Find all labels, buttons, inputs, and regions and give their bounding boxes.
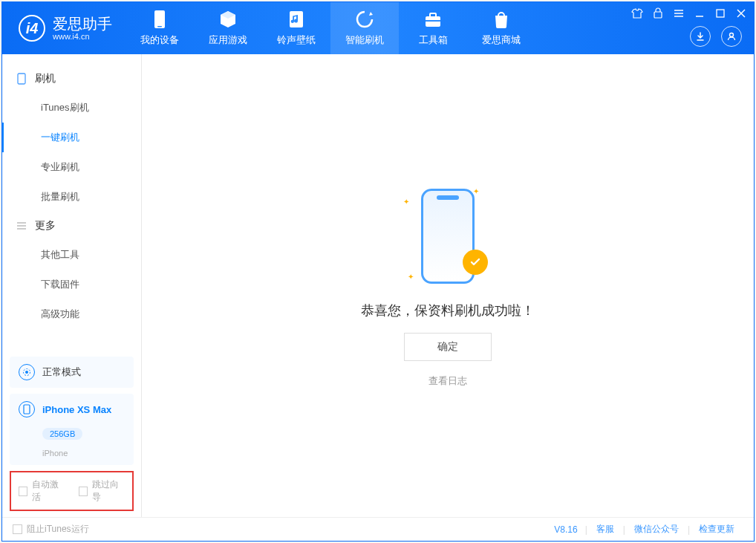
group-more-header: 更多	[2, 212, 141, 240]
svg-rect-21	[24, 405, 30, 414]
side-nav: 刷机 iTunes刷机 一键刷机 专业刷机 批量刷机 更多 其他工具 下载固件 …	[2, 54, 141, 351]
sidebar-item-batch-flash[interactable]: 批量刷机	[2, 182, 141, 212]
checkbox-auto-activate[interactable]: 自动激活	[19, 478, 65, 504]
ok-button[interactable]: 确定	[404, 333, 492, 361]
support-link[interactable]: 客服	[596, 523, 614, 536]
nav-flash[interactable]: 智能刷机	[330, 2, 399, 54]
nav-toolbox[interactable]: 工具箱	[399, 2, 467, 54]
sidebar-item-other-tools[interactable]: 其他工具	[2, 240, 141, 270]
success-message: 恭喜您，保资料刷机成功啦！	[361, 302, 535, 319]
check-update-link[interactable]: 检查更新	[699, 523, 734, 536]
logo: i4 爱思助手 www.i4.cn	[2, 15, 126, 42]
user-button[interactable]	[721, 26, 742, 47]
list-icon	[16, 220, 27, 232]
sparkle-icon: ✦	[473, 187, 479, 195]
music-icon	[287, 10, 306, 29]
tshirt-icon[interactable]	[630, 7, 644, 20]
menu-icon[interactable]	[672, 7, 685, 20]
group-flash-header: 刷机	[2, 65, 141, 93]
app-subtitle: www.i4.cn	[53, 32, 112, 41]
svg-rect-1	[157, 26, 162, 27]
sidebar-item-oneclick-flash[interactable]: 一键刷机	[2, 123, 141, 152]
toolbox-icon	[423, 10, 443, 29]
svg-rect-11	[717, 10, 724, 17]
sparkle-icon: ✦	[408, 273, 414, 281]
svg-rect-5	[426, 20, 440, 22]
titlebar-actions	[690, 26, 742, 47]
checkbox-block-itunes[interactable]: 阻止iTunes运行	[13, 523, 89, 536]
mode-card[interactable]: 正常模式	[10, 357, 134, 388]
view-log-link[interactable]: 查看日志	[428, 374, 467, 388]
lock-icon[interactable]	[651, 7, 665, 20]
mode-icon	[19, 364, 35, 380]
checkbox-icon	[13, 524, 22, 534]
logo-icon: i4	[19, 15, 45, 42]
nav-store[interactable]: 爱思商城	[467, 2, 535, 54]
main-content: ✦ ✦ ✦ 恭喜您，保资料刷机成功啦！ 确定 查看日志	[142, 54, 754, 517]
svg-point-19	[25, 371, 28, 374]
flash-options-highlight: 自动激活 跳过向导	[10, 471, 134, 511]
check-badge-icon	[463, 250, 488, 275]
device-type: iPhone	[42, 449, 125, 458]
phone-small-icon	[16, 73, 27, 85]
wechat-link[interactable]: 微信公众号	[634, 523, 679, 536]
app-title: 爱思助手	[53, 16, 112, 32]
nav-ringtones[interactable]: 铃声壁纸	[262, 2, 330, 54]
titlebar: i4 爱思助手 www.i4.cn 我的设备 应用游戏 铃声壁纸 智能刷机	[2, 2, 754, 54]
body: 刷机 iTunes刷机 一键刷机 专业刷机 批量刷机 更多 其他工具 下载固件 …	[2, 54, 754, 517]
sparkle-icon: ✦	[403, 198, 409, 206]
app-window: i4 爱思助手 www.i4.cn 我的设备 应用游戏 铃声壁纸 智能刷机	[1, 1, 755, 542]
statusbar: 阻止iTunes运行 V8.16 | 客服 | 微信公众号 | 检查更新	[2, 517, 754, 541]
device-storage: 256GB	[42, 428, 82, 440]
device-icon	[150, 10, 169, 29]
download-button[interactable]	[690, 26, 711, 47]
checkbox-icon	[79, 487, 88, 496]
nav-apps[interactable]: 应用游戏	[194, 2, 262, 54]
device-small-icon	[19, 401, 35, 417]
sidebar-item-advanced[interactable]: 高级功能	[2, 299, 141, 329]
success-illustration: ✦ ✦ ✦	[403, 184, 492, 288]
refresh-icon	[355, 10, 374, 29]
sidebar-item-itunes-flash[interactable]: iTunes刷机	[2, 93, 141, 123]
version-label: V8.16	[554, 524, 577, 535]
bag-icon	[492, 10, 511, 29]
minimize-icon[interactable]	[693, 7, 706, 20]
svg-rect-6	[654, 12, 662, 18]
sidebar-item-pro-flash[interactable]: 专业刷机	[2, 152, 141, 182]
svg-point-14	[730, 33, 734, 37]
cube-icon	[218, 10, 238, 29]
top-nav: 我的设备 应用游戏 铃声壁纸 智能刷机 工具箱 爱思商城	[126, 2, 535, 54]
device-name: iPhone XS Max	[42, 404, 111, 415]
close-icon[interactable]	[734, 7, 748, 20]
svg-rect-0	[154, 10, 165, 28]
maximize-icon[interactable]	[714, 7, 727, 20]
checkbox-skip-guide[interactable]: 跳过向导	[79, 478, 126, 504]
device-card[interactable]: iPhone XS Max 256GB iPhone	[10, 394, 134, 465]
nav-my-device[interactable]: 我的设备	[126, 2, 194, 54]
checkbox-icon	[19, 487, 27, 496]
sidebar-item-download-firmware[interactable]: 下载固件	[2, 270, 141, 299]
svg-rect-15	[18, 74, 25, 84]
side-cards: 正常模式 iPhone XS Max 256GB iPhone 自动激活 跳过向	[2, 351, 141, 517]
window-controls	[630, 7, 748, 20]
sidebar: 刷机 iTunes刷机 一键刷机 专业刷机 批量刷机 更多 其他工具 下载固件 …	[2, 54, 142, 517]
svg-rect-4	[430, 13, 436, 17]
